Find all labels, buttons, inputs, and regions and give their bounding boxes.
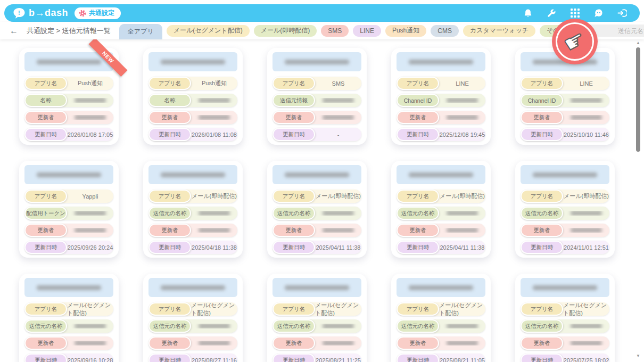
sender-card[interactable]: アプリ名 Push通知 名称 更新者 更新日時 2026/01/08 11:08 xyxy=(143,48,243,145)
field-value: メール(即時配信) xyxy=(191,192,237,200)
field-value: SMS xyxy=(315,80,361,87)
redacted-title xyxy=(533,60,597,64)
field-label: 更新日時 xyxy=(148,353,191,362)
field-value-text: 2025/07/25 18:02 xyxy=(564,357,609,362)
field-value-text: 2025/08/27 11:16 xyxy=(192,357,237,362)
filter-tab[interactable]: SMS xyxy=(321,25,349,37)
redacted-value xyxy=(323,211,354,216)
redacted-value xyxy=(323,115,354,120)
redacted-title xyxy=(37,172,101,177)
scroll-up-arrow[interactable]: ▲ xyxy=(635,40,641,46)
sender-card[interactable]: アプリ名 メール(セグメント配信) 送信元の名称 更新者 更新日時 2025/0… xyxy=(391,274,491,362)
scrollbar[interactable]: ▲ ▼ xyxy=(635,40,641,360)
redacted-value xyxy=(75,228,106,233)
redacted-title xyxy=(409,60,473,64)
field-label: アプリ名 xyxy=(24,302,67,316)
field-value-text: Yappli xyxy=(82,193,98,200)
wrench-icon[interactable] xyxy=(546,8,557,19)
filter-tab[interactable]: Push通知 xyxy=(385,25,426,37)
toolbar: ← 共通設定 > 送信元情報一覧 全アプリメール(セグメント配信)メール(即時配… xyxy=(0,22,644,39)
card-title xyxy=(273,52,361,71)
field-value xyxy=(563,98,609,103)
field-value: Push通知 xyxy=(67,79,113,87)
filter-tab[interactable]: 全アプリ xyxy=(119,24,162,39)
field-value: 2025/12/08 19:45 xyxy=(439,131,485,138)
sender-card[interactable]: アプリ名 SMS 送信元情報 更新者 更新日時 - xyxy=(267,48,367,145)
field-row: 更新日時 2026/01/08 11:08 xyxy=(148,128,237,141)
redacted-value xyxy=(75,115,106,120)
field-label: アプリ名 xyxy=(521,302,563,316)
search-input[interactable] xyxy=(599,27,644,35)
sender-card[interactable]: アプリ名 メール(セグメント配信) 送信元の名称 更新者 更新日時 2025/0… xyxy=(515,274,615,362)
search-box[interactable] xyxy=(583,24,644,37)
field-row: 更新日時 2025/12/08 19:45 xyxy=(397,128,485,141)
module-badge[interactable]: 共通設定 xyxy=(75,7,121,19)
field-row: アプリ名 メール(セグメント配信) xyxy=(521,302,609,316)
field-label: 更新日時 xyxy=(24,241,67,254)
filter-tab[interactable]: メール(セグメント配信) xyxy=(167,25,250,37)
back-arrow-icon[interactable]: ← xyxy=(10,26,18,36)
filter-tabs: 全アプリメール(セグメント配信)メール(即時配信)SMSLINEPush通知CM… xyxy=(119,22,573,39)
field-value: メール(セグメント配信) xyxy=(315,301,361,317)
field-value-text: Push通知 xyxy=(78,79,103,87)
field-row: 更新者 xyxy=(148,224,237,237)
filter-tab[interactable]: LINE xyxy=(353,25,381,37)
sender-card[interactable]: アプリ名 LINE Channel ID 更新者 更新日時 2025/10/10… xyxy=(515,48,615,145)
support-chat-icon[interactable] xyxy=(593,8,604,19)
logout-icon[interactable] xyxy=(616,8,627,19)
sender-card[interactable]: アプリ名 メール(セグメント配信) 送信元の名称 更新者 更新日時 2025/0… xyxy=(19,274,119,362)
field-value-text: 2025/12/08 19:45 xyxy=(440,131,485,138)
sender-card[interactable]: アプリ名 メール(即時配信) 送信元の名称 更新者 更新日時 2025/04/1… xyxy=(267,161,367,258)
field-value xyxy=(563,324,609,328)
field-row: 送信元情報 xyxy=(273,94,361,107)
redacted-value xyxy=(199,211,230,216)
app-logo[interactable]: ! b→dash xyxy=(13,7,68,19)
field-label: 更新日時 xyxy=(521,128,563,141)
card-title xyxy=(273,165,361,184)
card-fields: アプリ名 メール(セグメント配信) 送信元の名称 更新者 更新日時 2025/0… xyxy=(148,302,237,362)
field-label: アプリ名 xyxy=(148,302,191,316)
card-title xyxy=(24,278,113,297)
field-value-text: LINE xyxy=(456,80,468,87)
field-label: 更新日時 xyxy=(521,353,563,362)
redacted-value xyxy=(199,341,230,345)
field-value xyxy=(563,211,609,216)
redacted-value xyxy=(323,324,354,328)
field-row: 送信元の名称 xyxy=(148,319,237,333)
field-value-text: メール(即時配信) xyxy=(440,192,485,200)
field-value: 2025/08/27 11:16 xyxy=(191,357,237,362)
apps-grid-icon[interactable] xyxy=(569,8,580,19)
filter-tab[interactable]: カスタマーウォッチ xyxy=(463,25,535,37)
notification-bell-icon[interactable] xyxy=(523,8,533,19)
field-label: 送信元の名称 xyxy=(148,207,191,220)
sender-card[interactable]: アプリ名 LINE Channel ID 更新者 更新日時 2025/12/08… xyxy=(391,48,491,145)
field-label: 送信元の名称 xyxy=(148,319,191,333)
field-label: 名称 xyxy=(24,94,67,107)
filter-tab[interactable]: メール(即時配信) xyxy=(254,25,317,37)
sender-card[interactable]: アプリ名 メール(即時配信) 送信元の名称 更新者 更新日時 2025/04/1… xyxy=(143,161,243,258)
field-value xyxy=(439,211,485,216)
redacted-value xyxy=(571,98,602,103)
redacted-value xyxy=(199,115,230,120)
sender-card[interactable]: アプリ名 Yappli 配信用トークン 更新者 更新日時 2025/09/26 … xyxy=(19,161,119,258)
field-value xyxy=(315,324,361,328)
field-value xyxy=(315,228,361,233)
sender-card[interactable]: NEW アプリ名 Push通知 名称 更新者 更新日時 2026/01/08 1… xyxy=(19,48,119,145)
card-title xyxy=(521,278,609,297)
sender-card[interactable]: アプリ名 メール(セグメント配信) 送信元の名称 更新者 更新日時 2025/0… xyxy=(267,274,367,362)
sender-card[interactable]: アプリ名 メール(即時配信) 送信元の名称 更新者 更新日時 2025/04/1… xyxy=(391,161,491,258)
redacted-value xyxy=(199,98,230,103)
field-value: Push通知 xyxy=(191,79,237,87)
filter-tab[interactable]: その他 xyxy=(540,25,573,37)
scroll-down-arrow[interactable]: ▼ xyxy=(635,353,641,359)
scrollbar-thumb[interactable] xyxy=(636,47,640,152)
topbar-icons xyxy=(523,8,627,19)
filter-tab[interactable]: CMS xyxy=(431,25,459,37)
sender-card[interactable]: アプリ名 メール(即時配信) 送信元の名称 更新者 更新日時 2024/11/0… xyxy=(515,161,615,258)
field-row: 更新者 xyxy=(24,336,113,350)
sender-card[interactable]: アプリ名 メール(セグメント配信) 送信元の名称 更新者 更新日時 2025/0… xyxy=(143,274,243,362)
field-row: 更新日時 2026/01/08 17:05 xyxy=(24,128,113,141)
redacted-value xyxy=(75,341,106,345)
field-label: 送信元の名称 xyxy=(521,207,563,220)
card-title xyxy=(397,52,485,71)
